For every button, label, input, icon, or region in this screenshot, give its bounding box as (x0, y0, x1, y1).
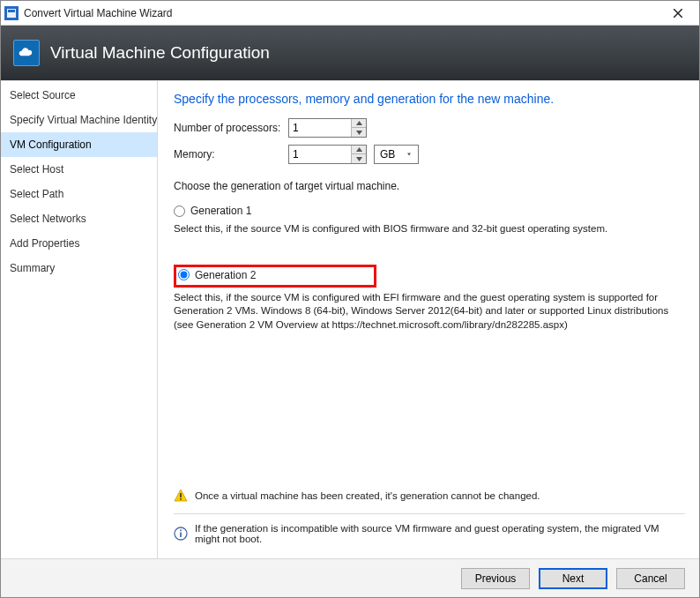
svg-marker-4 (356, 121, 362, 125)
svg-marker-6 (356, 147, 362, 152)
main-panel: Specify the processors, memory and gener… (158, 81, 699, 558)
warning-text: Once a virtual machine has been created,… (195, 490, 540, 501)
svg-rect-10 (180, 493, 182, 497)
processors-label: Number of processors: (174, 122, 288, 134)
generation2-highlight: Generation 2 (174, 265, 376, 288)
generation-prompt: Choose the generation of target virtual … (174, 180, 685, 192)
step-vm-configuration[interactable]: VM Configuration (1, 132, 157, 157)
svg-rect-1 (8, 10, 15, 12)
banner: Virtual Machine Configuration (1, 26, 699, 80)
generation1-radio[interactable] (174, 206, 185, 217)
generation2-radio[interactable] (178, 269, 190, 280)
memory-spinner (288, 145, 367, 164)
processors-input[interactable] (289, 119, 351, 137)
memory-unit-combo[interactable]: GB (374, 145, 419, 164)
step-add-properties[interactable]: Add Properties (1, 231, 157, 256)
warning-row: Once a virtual machine has been created,… (174, 483, 685, 508)
step-select-networks[interactable]: Select Networks (1, 206, 157, 231)
processors-spin-up[interactable] (352, 119, 366, 128)
step-select-path[interactable]: Select Path (1, 182, 157, 206)
memory-row: Memory: GB (174, 145, 685, 164)
svg-marker-8 (407, 153, 411, 156)
titlebar: Convert Virtual Machine Wizard (1, 1, 699, 26)
memory-label: Memory: (174, 148, 288, 161)
cancel-button[interactable]: Cancel (616, 568, 685, 589)
memory-unit-value: GB (375, 148, 402, 161)
svg-rect-11 (180, 498, 182, 500)
app-icon (4, 6, 19, 20)
memory-input[interactable] (289, 146, 351, 163)
warning-icon (174, 489, 188, 503)
generation1-radio-row[interactable]: Generation 1 (174, 205, 685, 217)
next-button[interactable]: Next (539, 568, 607, 589)
wizard-footer: Previous Next Cancel (1, 558, 699, 597)
wizard-steps-sidebar: Select Source Specify Virtual Machine Id… (1, 81, 158, 558)
svg-point-14 (180, 529, 182, 531)
generation1-note: Select this, if the source VM is configu… (174, 222, 685, 236)
step-select-source[interactable]: Select Source (1, 83, 157, 108)
memory-spin-up[interactable] (352, 146, 366, 154)
svg-marker-5 (356, 131, 362, 135)
info-icon (174, 527, 188, 541)
svg-rect-13 (180, 533, 182, 538)
processors-spin-down[interactable] (352, 128, 366, 137)
chevron-down-icon (402, 146, 418, 163)
generation2-note: Select this, if the source VM is configu… (174, 291, 685, 333)
close-button[interactable] (660, 2, 696, 25)
wizard-body: Select Source Specify Virtual Machine Id… (1, 80, 699, 558)
step-select-host[interactable]: Select Host (1, 157, 157, 182)
banner-title: Virtual Machine Configuration (50, 43, 270, 63)
page-heading: Specify the processors, memory and gener… (174, 92, 685, 106)
generation1-label: Generation 1 (190, 205, 251, 217)
svg-marker-7 (356, 157, 362, 161)
generation2-radio-row[interactable]: Generation 2 (178, 269, 256, 281)
info-text: If the generation is incompatible with s… (195, 523, 685, 544)
step-summary[interactable]: Summary (1, 256, 157, 280)
cloud-icon (13, 40, 40, 66)
memory-spin-down[interactable] (352, 154, 366, 163)
previous-button[interactable]: Previous (461, 568, 530, 589)
wizard-window: Convert Virtual Machine Wizard Virtual M… (0, 0, 700, 598)
processors-row: Number of processors: (174, 118, 685, 138)
window-title: Convert Virtual Machine Wizard (24, 7, 660, 19)
step-specify-identity[interactable]: Specify Virtual Machine Identity (1, 108, 157, 132)
info-row: If the generation is incompatible with s… (174, 513, 685, 549)
processors-spinner (288, 118, 367, 138)
generation2-label: Generation 2 (195, 269, 256, 281)
